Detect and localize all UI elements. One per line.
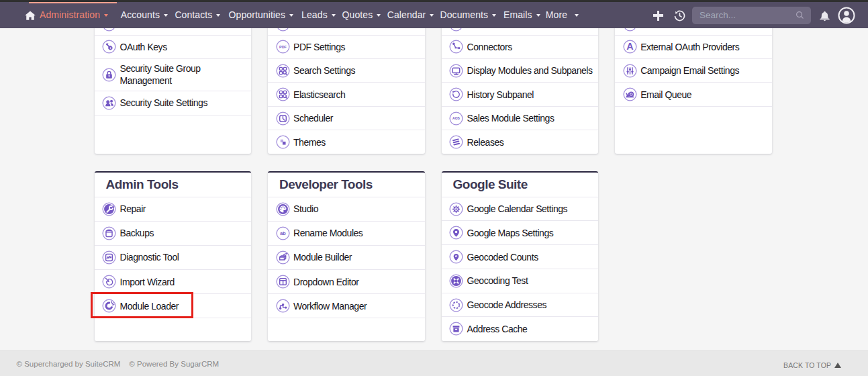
svg-text:AOS: AOS [452, 116, 461, 120]
svg-text:PDF: PDF [279, 45, 287, 49]
svg-text:ab: ab [280, 230, 286, 236]
svg-text:A: A [626, 42, 634, 52]
